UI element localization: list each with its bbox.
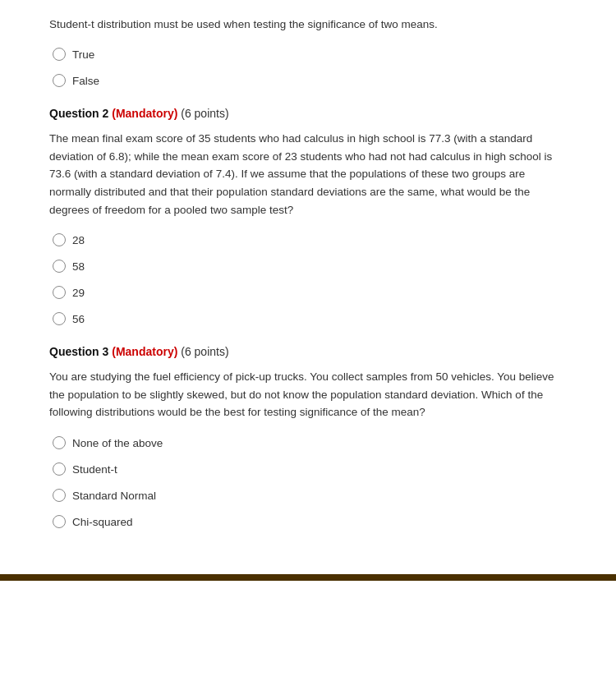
q2-header: Question 2 (Mandatory) (6 points): [49, 107, 567, 120]
q3-option-0-label: None of the above: [72, 437, 163, 449]
intro-text: Student-t distribution must be used when…: [49, 16, 567, 33]
q2-option-0[interactable]: 28: [53, 233, 567, 246]
q3-option-1-label: Student-t: [72, 463, 117, 476]
q3-option-2-label: Standard Normal: [72, 490, 156, 502]
q1-option-true[interactable]: True: [53, 48, 567, 61]
q2-option-1[interactable]: 58: [53, 260, 567, 273]
q1-options: True False: [53, 48, 567, 87]
q3-body: You are studying the fuel efficiency of …: [49, 368, 567, 421]
q3-option-1[interactable]: Student-t: [53, 462, 567, 476]
q3-option-2[interactable]: Standard Normal: [53, 489, 567, 502]
q3-option-3-label: Chi-squared: [72, 516, 133, 528]
q3-options: None of the above Student-t Standard Nor…: [53, 436, 567, 528]
q2-option-3[interactable]: 56: [53, 312, 567, 325]
radio-icon[interactable]: [53, 462, 66, 476]
q2-mandatory-text: (Mandatory): [112, 107, 177, 120]
q2-option-0-label: 28: [72, 234, 85, 246]
q3-points: (6 points): [181, 345, 228, 358]
q2-body: The mean final exam score of 35 students…: [49, 130, 567, 218]
radio-icon[interactable]: [53, 312, 66, 325]
bottom-bar: [0, 574, 616, 581]
q3-header: Question 3 (Mandatory) (6 points): [49, 345, 567, 358]
radio-icon[interactable]: [53, 48, 66, 61]
radio-icon[interactable]: [53, 436, 66, 449]
q2-label: Question 2: [49, 107, 112, 120]
q2-options: 28 58 29 56: [53, 233, 567, 325]
q3-mandatory-text: (Mandatory): [112, 345, 177, 358]
q1-option-false-label: False: [72, 75, 99, 87]
radio-icon[interactable]: [53, 286, 66, 299]
radio-icon[interactable]: [53, 515, 66, 528]
q2-option-2[interactable]: 29: [53, 286, 567, 299]
q2-option-3-label: 56: [72, 313, 85, 325]
page-container: Student-t distribution must be used when…: [0, 0, 616, 566]
q2-points: (6 points): [181, 107, 228, 120]
radio-icon[interactable]: [53, 233, 66, 246]
radio-icon[interactable]: [53, 74, 66, 87]
q3-label: Question 3: [49, 345, 112, 358]
q3-option-0[interactable]: None of the above: [53, 436, 567, 449]
q1-option-false[interactable]: False: [53, 74, 567, 87]
q3-option-3[interactable]: Chi-squared: [53, 515, 567, 528]
q2-option-1-label: 58: [72, 260, 85, 273]
radio-icon[interactable]: [53, 260, 66, 273]
radio-icon[interactable]: [53, 489, 66, 502]
q1-option-true-label: True: [72, 48, 94, 61]
q2-option-2-label: 29: [72, 287, 85, 299]
